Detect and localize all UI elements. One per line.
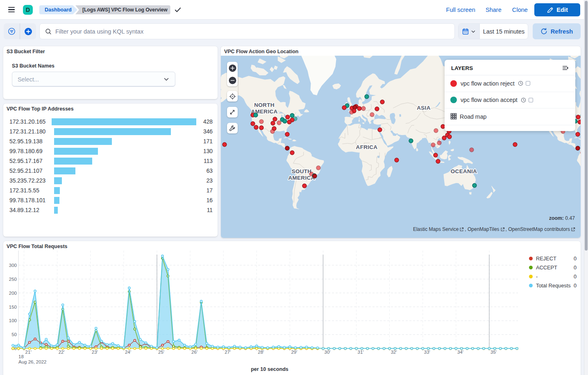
svg-text:31': 31'	[358, 350, 364, 355]
svg-text:29': 29'	[291, 350, 297, 355]
svg-text:32': 32'	[391, 350, 397, 355]
svg-text:23': 23'	[92, 350, 98, 355]
svg-text:34': 34'	[457, 350, 463, 355]
svg-text:27': 27'	[225, 350, 231, 355]
svg-text:25': 25'	[158, 350, 164, 355]
svg-text:100: 100	[9, 318, 17, 323]
svg-text:18: 18	[18, 354, 24, 359]
svg-text:OCEANIA: OCEANIA	[451, 168, 477, 174]
svg-text:28': 28'	[258, 350, 264, 355]
svg-text:50: 50	[11, 332, 17, 337]
svg-text:AFRICA: AFRICA	[356, 144, 378, 150]
svg-text:35': 35'	[490, 350, 497, 355]
svg-text:SOUTH: SOUTH	[292, 168, 312, 174]
svg-text:300: 300	[9, 263, 17, 268]
svg-text:250: 250	[9, 277, 17, 282]
svg-text:30': 30'	[325, 350, 331, 355]
svg-text:ASIA: ASIA	[417, 105, 430, 111]
svg-text:26': 26'	[191, 350, 198, 355]
svg-text:33': 33'	[424, 350, 430, 355]
svg-text:NORTH: NORTH	[254, 102, 275, 108]
svg-text:21': 21'	[25, 350, 32, 355]
svg-text:Aug 26, 2022: Aug 26, 2022	[18, 359, 46, 364]
svg-text:22': 22'	[59, 350, 65, 355]
svg-text:150: 150	[9, 305, 17, 309]
svg-text:24': 24'	[125, 350, 131, 355]
svg-text:200: 200	[9, 291, 17, 296]
